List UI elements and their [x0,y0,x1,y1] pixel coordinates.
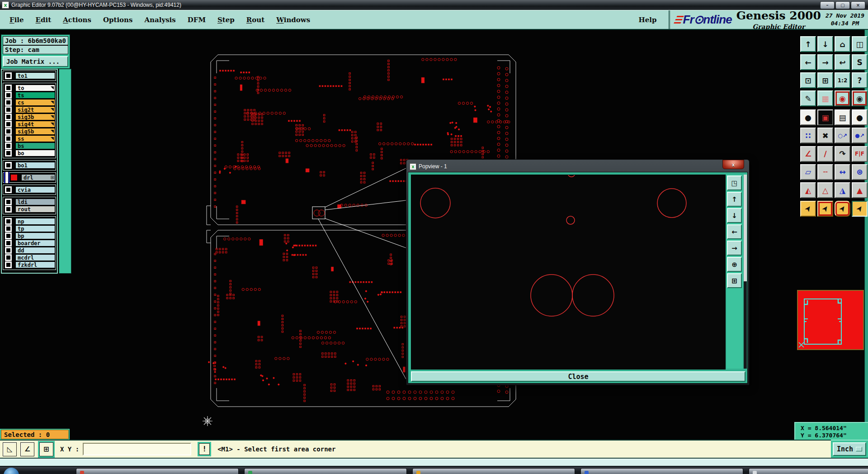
tool-pan-up[interactable]: ↑ [800,36,816,52]
tool-select-single[interactable]: ● [800,109,816,125]
alert-button[interactable]: ! [199,443,210,455]
layer-checkbox[interactable] [5,142,12,149]
grid-snap-button[interactable]: ⊞ [39,442,53,456]
layer-bar[interactable]: bs [15,142,55,149]
layer-bar[interactable]: mcdrl [15,254,55,261]
layer-checkbox[interactable] [5,106,12,113]
tool-pan-right[interactable]: → [817,54,833,70]
tool-net-chain[interactable]: ∷ [800,128,816,143]
layer-checkbox[interactable] [5,85,12,91]
popview-pan-right[interactable]: → [727,241,742,256]
layer-bar[interactable]: boarder [15,240,55,246]
layer-checkbox[interactable] [5,199,12,205]
layer-checkbox[interactable] [5,92,12,99]
taskbar-app-5[interactable] [749,468,868,474]
tool-overlay-compare[interactable]: ▣ [817,109,833,125]
angle-measure-button[interactable]: ∠ [20,442,34,456]
tool-pan-left[interactable]: ← [800,54,816,70]
job-matrix-button[interactable]: Job Matrix ... [3,56,68,67]
layer-checkbox[interactable] [5,172,8,183]
layer-checkbox[interactable] [5,232,12,239]
tool-net-display-b[interactable]: ◉ [852,90,868,106]
tool-copy-pad[interactable]: ▱ [800,164,816,180]
tool-measure-span[interactable]: ↔ [835,164,850,180]
layer-checkbox[interactable] [5,128,12,135]
tool-dfm-check-1[interactable]: ◭ [800,182,816,198]
layer-bar[interactable]: cvia [15,186,55,193]
popview-pan-down[interactable]: ↓ [727,208,742,223]
units-dropdown[interactable]: Inch [833,442,866,456]
tool-net-display-a[interactable]: ◉ [835,90,850,106]
layer-bar[interactable]: sig5b [15,128,55,135]
layer-bar[interactable]: dd [15,247,55,254]
layer-bar[interactable]: ldi [15,199,55,205]
popview-canvas[interactable] [411,175,726,370]
tool-slope-tool[interactable]: ∕ [817,146,833,162]
layer-bar[interactable]: sig2t [15,106,55,113]
layer-checkbox[interactable] [5,135,12,142]
start-button[interactable] [4,468,19,474]
layer-list-scroll-strip[interactable] [59,69,71,274]
layer-bar[interactable]: to1 [15,72,55,79]
layer-bar[interactable]: bo [15,150,55,156]
layer-checkbox[interactable] [5,254,12,261]
popview-pan-left[interactable]: ← [727,224,742,239]
tool-grid-toggle[interactable]: ▦ [817,90,833,106]
tool-pad-dashed[interactable]: ● [852,109,868,125]
layer-checkbox[interactable] [5,225,12,232]
layer-bar[interactable]: ss [15,135,55,142]
popview-close-x-button[interactable]: x [722,160,744,169]
layer-checkbox[interactable] [5,218,12,225]
board-overview-thumbnail[interactable] [797,290,864,350]
tool-rotate-tool[interactable]: ↷ [835,146,850,162]
taskbar-app-3[interactable] [412,468,575,474]
popview-pan-up[interactable]: ↑ [727,192,742,207]
layer-bar[interactable]: ts [15,92,55,99]
popview-scrollbar[interactable] [744,175,747,369]
tool-cursor-net[interactable]: ➤ [852,201,868,217]
layer-checkbox[interactable] [5,99,12,106]
xy-input[interactable] [83,443,191,455]
popview-detach-view[interactable]: ◳ [727,175,742,190]
tool-route-serpentine[interactable]: S [852,54,868,70]
tool-dfm-check-2[interactable]: △ [817,182,833,198]
tool-stretch-line[interactable]: ╌ [817,164,833,180]
corner-resize-button[interactable]: ◺ [3,442,17,456]
layer-checkbox[interactable] [5,121,12,128]
tool-mirror-tool[interactable]: F|F [852,146,868,162]
tool-measure-ruler[interactable]: ▤ [835,109,850,125]
tool-join-pads[interactable]: ⊛ [852,164,868,180]
popview-titlebar[interactable]: x Popview - 1 x [408,161,748,172]
popview-zoom-out[interactable]: ⊕ [727,257,742,272]
tool-move-endpoint[interactable]: ●↗ [852,128,868,143]
layer-checkbox[interactable] [5,150,12,156]
layer-checkbox[interactable] [5,72,12,79]
taskbar-app-4[interactable] [580,468,743,474]
tool-delete-x[interactable]: ✖ [817,128,833,143]
tool-cursor-select[interactable]: ➤ [800,201,816,217]
tool-zoom-in-box[interactable]: ⊞ [817,72,833,88]
tool-pan-down[interactable]: ↓ [817,36,833,52]
layer-checkbox[interactable] [5,186,12,193]
tool-open-endpoint[interactable]: ○↗ [835,128,850,143]
layer-bar[interactable]: np [15,218,55,225]
layer-bar[interactable]: cs [15,99,55,106]
tool-zoom-out-box[interactable]: ⊡ [800,72,816,88]
tool-dfm-check-3[interactable]: ◮ [835,182,850,198]
taskbar-app-2[interactable] [244,468,407,474]
layer-checkbox[interactable] [5,206,12,213]
tool-cursor-round[interactable]: ➤ [835,201,850,217]
tool-angle-tool[interactable]: ∠ [800,146,816,162]
layer-bar[interactable]: drl⊞ [21,174,55,181]
tool-cursor-frame[interactable]: ➤ [817,201,833,217]
layer-bar[interactable]: bo1 [15,162,55,169]
tool-tools-palette[interactable]: ✎ [800,90,816,106]
tool-home-view[interactable]: ⌂ [835,36,850,52]
layer-bar[interactable]: sig4t [15,121,55,128]
tool-dfm-check-4[interactable]: ▲ [852,182,868,198]
layer-bar[interactable]: tp [15,225,55,232]
tool-scale-1-2[interactable]: 1:2 [835,72,850,88]
tool-zoom-previous[interactable]: ↩ [835,54,850,70]
layer-bar[interactable]: rout [15,206,55,213]
layer-checkbox[interactable] [5,240,12,246]
